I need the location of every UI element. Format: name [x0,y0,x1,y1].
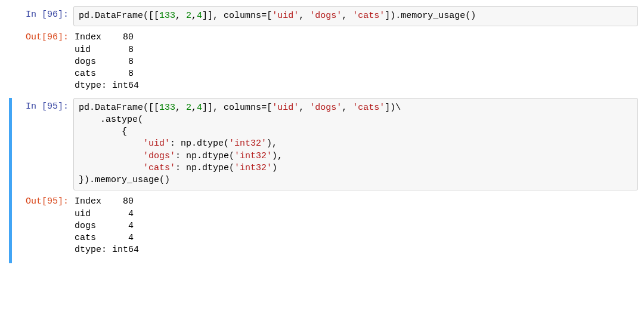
code-token: , [175,103,186,113]
code-token: , [342,11,352,21]
code-token: : np.dtype( [175,151,234,161]
code-token: = [261,103,267,113]
code-token: 'dogs' [309,103,342,113]
code-token: ]], columns [202,103,261,113]
code-token: , [342,103,352,113]
code-token [79,163,143,173]
code-token: ]], columns [202,11,261,21]
code-token: [ [267,103,272,113]
code-input-95[interactable]: pd.DataFrame([[133, 2,4]], columns=['uid… [73,98,638,191]
code-token: 4 [197,11,202,21]
code-token: 'dogs' [309,11,342,21]
code-token [79,138,143,149]
code-token: ), [272,151,283,161]
code-token: .astype( [79,115,143,125]
code-token: 'cats' [352,11,385,21]
code-token: 'int32' [234,151,272,161]
code-token: , [299,11,309,21]
code-token: 'uid' [272,11,299,21]
code-token: pd.DataFrame([[ [79,11,159,21]
code-token: 4 [197,103,202,113]
code-token: , [299,103,309,113]
code-token: , [175,11,186,21]
cell-95-input: In [95]: pd.DataFrame([[133, 2,4]], colu… [12,98,638,191]
code-token: 'cats' [352,103,385,113]
code-token: pd.DataFrame([[ [79,103,159,113]
code-token: 'dogs' [143,151,175,161]
code-token: ) [272,163,277,173]
code-token: ), [267,138,277,149]
in-prompt-95: In [95]: [12,98,73,116]
code-token: : np.dtype( [170,138,229,149]
code-token: , [191,11,197,21]
code-token: ]).memory_usage() [385,11,476,21]
cell-96-input: In [96]: pd.DataFrame([[133, 2,4]], colu… [12,6,638,26]
out-prompt-95: Out[95]: [12,193,73,211]
cell-96-output: Out[96]: Index 80 uid 8 dogs 8 cats 8 dt… [12,29,638,95]
in-prompt-96: In [96]: [12,6,73,24]
code-token: , [191,103,197,113]
code-token: 2 [186,103,191,113]
code-input-96[interactable]: pd.DataFrame([[133, 2,4]], columns=['uid… [73,6,638,26]
code-token: 'cats' [143,163,175,173]
cell-96-group: In [96]: pd.DataFrame([[133, 2,4]], colu… [12,6,638,96]
code-token: { [79,127,127,137]
output-text-96: Index 80 uid 8 dogs 8 cats 8 dtype: int6… [73,29,638,95]
output-text-95: Index 80 uid 4 dogs 4 cats 4 dtype: int6… [73,193,638,259]
code-token: : np.dtype( [175,163,234,173]
code-token: 'uid' [272,103,299,113]
code-token: [ [267,11,272,21]
code-token: 133 [159,103,175,113]
code-token [79,151,143,161]
code-token: 133 [159,11,175,21]
code-token: ])\ [385,103,401,113]
code-token: 'int32' [234,163,272,173]
code-token: 'int32' [229,138,267,149]
out-prompt-96: Out[96]: [12,29,73,47]
cell-95-group: In [95]: pd.DataFrame([[133, 2,4]], colu… [9,98,638,263]
code-token: }).memory_usage() [79,175,170,185]
cell-95-output: Out[95]: Index 80 uid 4 dogs 4 cats 4 dt… [12,193,638,259]
code-token: 'uid' [143,138,170,149]
code-token: 2 [186,11,191,21]
code-token: = [261,11,267,21]
